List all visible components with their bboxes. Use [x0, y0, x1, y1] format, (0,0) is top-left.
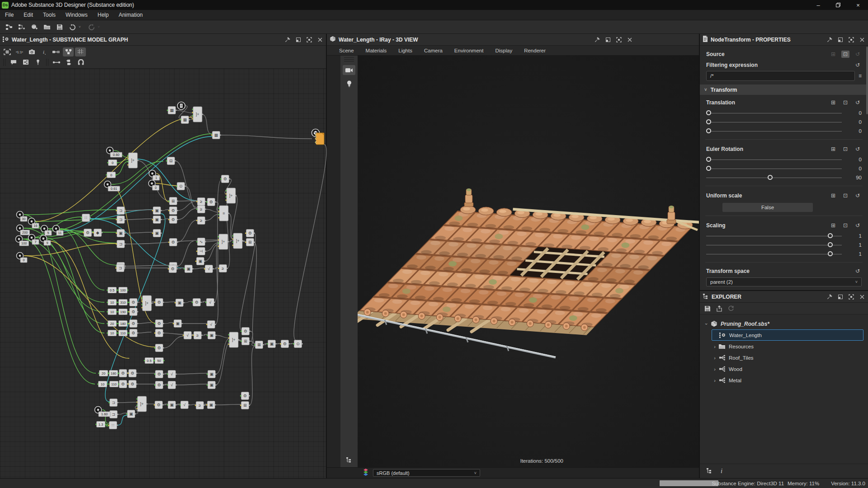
toolbar-grip[interactable]	[344, 57, 354, 61]
filtering-expression-input[interactable]: /*	[706, 71, 855, 81]
expose-parameter-button[interactable]: ⊞	[829, 192, 837, 199]
graph-node[interactable]: ⊠	[254, 341, 264, 349]
reset-button[interactable]: ↺	[854, 61, 862, 69]
graph-node[interactable]: ⊐	[116, 240, 126, 248]
graph-node[interactable]: ▣	[207, 332, 217, 339]
link-dots-button[interactable]	[51, 58, 62, 67]
expose-parameter-button[interactable]: ⊞	[829, 51, 837, 58]
max-icon[interactable]	[849, 37, 854, 42]
graph-node[interactable]: ∿	[196, 238, 206, 246]
pin-icon[interactable]	[285, 37, 291, 42]
slider-knob[interactable]	[828, 233, 833, 238]
graph-node[interactable]: 0.5	[144, 358, 155, 364]
reset-button[interactable]: ↺	[854, 51, 862, 58]
tree-item-roof_tiles[interactable]: ›Roof_Tiles	[712, 352, 868, 363]
view3d-menu-display[interactable]: Display	[489, 48, 518, 53]
menu-edit[interactable]: Edit	[19, 10, 38, 20]
graph-node[interactable]: ⚙	[206, 198, 216, 206]
scene-tree-toggle-icon[interactable]	[346, 456, 352, 465]
link-display-button[interactable]	[51, 47, 61, 56]
slider-value[interactable]: 90	[846, 175, 862, 180]
slider-track[interactable]	[706, 173, 842, 182]
graph-node[interactable]: √	[167, 381, 177, 389]
export-icon[interactable]	[716, 305, 722, 312]
tree-item-wood[interactable]: ›Wood	[712, 363, 868, 375]
close-icon[interactable]	[859, 294, 865, 300]
new-mdl-icon[interactable]	[31, 24, 38, 30]
graph-node[interactable]: ⚙	[118, 380, 128, 388]
graph-node[interactable]: ⚙	[154, 381, 164, 389]
graph-node[interactable]: ]+	[137, 396, 148, 412]
frame-all-button[interactable]	[2, 47, 13, 56]
slider-value[interactable]: 1	[846, 251, 862, 257]
refresh-icon[interactable]	[728, 305, 734, 312]
graph-node[interactable]: ⊞	[245, 239, 255, 246]
graph-node[interactable]: ⊙	[293, 340, 303, 348]
close-icon[interactable]	[317, 37, 323, 42]
graph-node[interactable]: ▣	[173, 320, 183, 328]
graph-node[interactable]: 0	[106, 172, 117, 178]
graph-node[interactable]: 5	[41, 225, 52, 236]
graph-node[interactable]: 0.60	[107, 147, 123, 158]
graph-node[interactable]: ⚙	[168, 216, 178, 224]
tree-item-water_length[interactable]: Water_Length	[712, 329, 863, 341]
expose-parameter-button[interactable]: ⊞	[829, 145, 837, 153]
slider-track[interactable]	[706, 231, 842, 240]
max-icon[interactable]	[616, 37, 622, 42]
graph-node[interactable]: ⚙	[154, 401, 164, 409]
graph-node[interactable]: 0.5	[107, 287, 118, 293]
slider-track[interactable]	[706, 127, 842, 136]
open-folder-icon[interactable]	[43, 24, 51, 30]
graph-node[interactable]: ⚙	[128, 299, 138, 306]
tree-root-package[interactable]: ›Pruning_Roof.sbs*	[700, 318, 868, 329]
graph-node[interactable]: ⊞	[240, 402, 250, 409]
graph-node[interactable]: ▣	[267, 340, 277, 348]
graph-node[interactable]: ≥	[193, 332, 203, 339]
graph-node[interactable]: ▣	[152, 216, 162, 224]
edit-function-button[interactable]: ⊡	[841, 99, 849, 106]
graph-node[interactable]: 180	[118, 321, 128, 327]
graph-node[interactable]: ⊐	[115, 264, 125, 272]
menu-animation[interactable]: Animation	[113, 10, 147, 20]
comment-button[interactable]	[8, 58, 19, 67]
graph-node[interactable]: ⚙	[118, 370, 128, 377]
graph-node[interactable]: ⊐	[108, 399, 118, 407]
graph-node[interactable]: ≥	[196, 206, 206, 213]
graph-node[interactable]: 10	[107, 330, 118, 336]
save-icon[interactable]	[704, 305, 711, 312]
slider-knob[interactable]	[706, 110, 711, 115]
pin-icon[interactable]	[827, 37, 833, 42]
graph-node[interactable]: ∷	[81, 214, 91, 222]
graph-node[interactable]: ⚙	[127, 370, 137, 377]
graph-node[interactable]: ]+	[127, 153, 139, 168]
slider-knob[interactable]	[828, 242, 833, 247]
graph-node[interactable]: ⊐	[116, 207, 126, 215]
graph-node[interactable]: 100	[118, 287, 128, 293]
node-graph-canvas[interactable]: ▦▦]+▦0.600]+00.6110⊞⊟⊙3016200511100790∷⚙…	[0, 69, 326, 478]
undo-history-chevron[interactable]: ˅	[79, 25, 83, 29]
view3d-menu-lights[interactable]: Lights	[392, 48, 418, 53]
graph-node[interactable]: 11	[53, 225, 64, 236]
view3d-menu-renderer[interactable]: Renderer	[518, 48, 552, 53]
graph-node[interactable]: √	[179, 401, 189, 409]
graph-node[interactable]: 0.61	[104, 181, 120, 192]
graph-node[interactable]: ]+	[226, 188, 237, 203]
stack-nodes-button[interactable]	[63, 58, 74, 67]
view3d-menu-scene[interactable]: Scene	[333, 48, 360, 53]
3d-viewport[interactable]: Iterations: 500/500	[358, 56, 699, 467]
float-icon[interactable]	[838, 294, 843, 300]
hierarchy-icon[interactable]	[706, 467, 712, 475]
minimize-button[interactable]: –	[808, 0, 828, 10]
expression-list-icon[interactable]: ≡	[859, 73, 862, 79]
edit-function-button[interactable]: ⊡	[841, 222, 849, 229]
max-icon[interactable]	[849, 294, 854, 300]
float-icon[interactable]	[296, 37, 301, 42]
properties-scrollbar[interactable]	[866, 46, 868, 272]
expose-parameter-button[interactable]: ⊞	[829, 99, 837, 106]
graph-node[interactable]: ⚙	[220, 175, 230, 183]
graph-node[interactable]: ⚙	[154, 320, 164, 328]
graph-node[interactable]: 110	[118, 330, 128, 336]
graph-node[interactable]: 0	[149, 180, 160, 191]
colorspace-dropdown[interactable]: sRGB (default) ˅	[373, 469, 480, 477]
graph-node[interactable]: ⊞	[168, 197, 178, 205]
